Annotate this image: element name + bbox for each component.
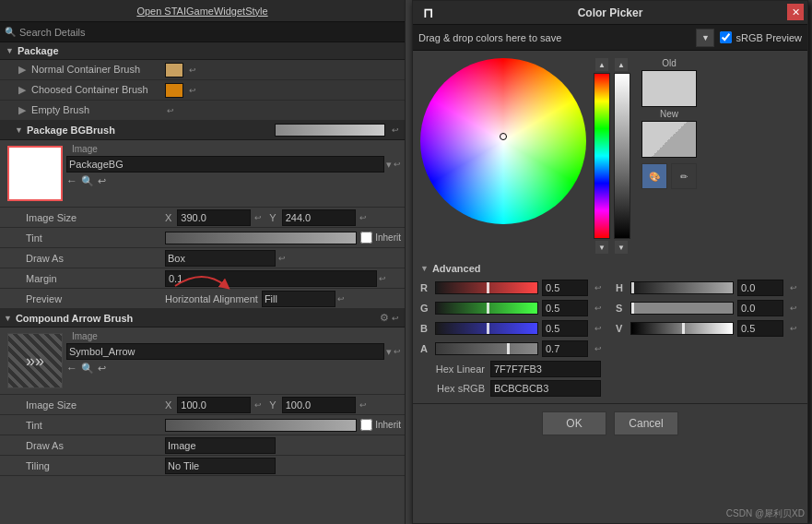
s-thumb bbox=[631, 303, 634, 314]
r-slider[interactable] bbox=[435, 281, 538, 294]
compound-arrow-header[interactable]: ▼ Compound Arrow Brush ⚙ ↩ bbox=[0, 309, 405, 328]
choosed-brush-color-swatch[interactable] bbox=[165, 83, 183, 98]
hue-down-btn[interactable]: ▼ bbox=[595, 241, 608, 254]
expand-icon[interactable]: ▶ bbox=[18, 84, 26, 95]
cp-close-button[interactable]: ✕ bbox=[787, 4, 804, 20]
reset-icon4[interactable]: ↩ bbox=[392, 125, 399, 135]
image-back-btn[interactable]: ← bbox=[66, 174, 77, 187]
g-reset-btn[interactable]: ↩ bbox=[592, 302, 605, 315]
s-label: S bbox=[616, 303, 627, 314]
draw-as-reset-btn[interactable]: ↩ bbox=[278, 254, 286, 263]
srgb-checkbox[interactable] bbox=[720, 31, 732, 43]
s-reset-btn[interactable]: ↩ bbox=[787, 302, 800, 315]
h-value-input[interactable] bbox=[737, 280, 783, 296]
hue-bar[interactable] bbox=[594, 73, 610, 239]
inherit-box: Inherit bbox=[360, 232, 401, 244]
open-style-button[interactable]: Open STAIGameWidgetStyle bbox=[136, 6, 267, 17]
inherit-checkbox[interactable] bbox=[360, 232, 372, 244]
arrow-tint-bar[interactable] bbox=[165, 419, 357, 432]
arrow-search-btn[interactable]: 🔍 bbox=[81, 363, 94, 375]
arrow-size-x-input[interactable] bbox=[177, 397, 251, 413]
align-reset-icon[interactable]: ↩ bbox=[337, 294, 345, 304]
preview-white bbox=[9, 148, 61, 199]
color-effect-btn2[interactable]: ✏ bbox=[671, 163, 697, 189]
reset-icon2[interactable]: ↩ bbox=[189, 86, 196, 95]
reset-icon[interactable]: ↩ bbox=[189, 66, 196, 75]
hex-srgb-row: Hex sRGB bbox=[420, 380, 800, 397]
arrow-image-select[interactable]: Symbol_Arrow bbox=[66, 343, 384, 360]
expand-icon[interactable]: ▶ bbox=[18, 64, 26, 75]
b-slider[interactable] bbox=[435, 322, 538, 335]
normal-container-brush-label: ▶ Normal Container Brush bbox=[4, 64, 165, 76]
color-effect-btn1[interactable]: 🎨 bbox=[641, 163, 667, 189]
hex-srgb-input[interactable] bbox=[490, 380, 601, 397]
v-slider[interactable] bbox=[630, 322, 734, 335]
color-wheel[interactable] bbox=[420, 58, 586, 224]
g-slider[interactable] bbox=[435, 302, 538, 315]
size-x-input[interactable] bbox=[177, 209, 251, 226]
normal-brush-color-swatch[interactable] bbox=[165, 63, 183, 77]
h-reset-btn[interactable]: ↩ bbox=[787, 281, 800, 294]
y-reset-icon[interactable]: ↩ bbox=[359, 213, 367, 222]
s-value-input[interactable] bbox=[737, 300, 783, 316]
compound-reset[interactable]: ↩ bbox=[392, 314, 399, 323]
cp-drag-dropdown[interactable]: ▼ bbox=[696, 29, 714, 47]
light-up-btn[interactable]: ▲ bbox=[615, 58, 628, 71]
ok-button[interactable]: OK bbox=[542, 411, 606, 435]
image-btn-row: ← 🔍 ↩ bbox=[66, 174, 401, 187]
hex-linear-input[interactable] bbox=[490, 361, 601, 377]
tint-gradient-bar[interactable] bbox=[165, 232, 357, 244]
search-label: Search Details bbox=[19, 27, 86, 38]
image-select[interactable]: PackageBG bbox=[66, 156, 384, 173]
cp-advanced-header[interactable]: ▼ Advanced bbox=[420, 261, 800, 276]
package-bgbrush-header[interactable]: ▼ Package BGBrush ↩ bbox=[0, 121, 405, 140]
r-value-input[interactable] bbox=[542, 280, 588, 296]
x-reset-icon[interactable]: ↩ bbox=[254, 213, 262, 222]
arrow-inherit-checkbox[interactable] bbox=[360, 419, 372, 431]
expand-icon[interactable]: ▶ bbox=[18, 104, 26, 115]
v-reset-btn[interactable]: ↩ bbox=[787, 322, 800, 335]
image-reset-btn[interactable]: ↩ bbox=[394, 160, 401, 169]
arrow-reset-icon-btn[interactable]: ↩ bbox=[98, 363, 106, 375]
margin-reset-icon[interactable]: ↩ bbox=[379, 274, 386, 283]
arrow-y-label: Y bbox=[269, 399, 276, 411]
draw-as-select[interactable]: Box bbox=[165, 250, 276, 267]
h-slider[interactable] bbox=[630, 281, 734, 294]
arrow-xy-row: X ↩ Y ↩ bbox=[165, 397, 367, 413]
size-y-input[interactable] bbox=[282, 209, 356, 226]
arrow-x-reset[interactable]: ↩ bbox=[254, 400, 262, 410]
image-search-btn[interactable]: 🔍 bbox=[81, 175, 94, 187]
arrow-tiling-select[interactable]: No Tile bbox=[165, 458, 276, 474]
hue-up-btn[interactable]: ▲ bbox=[595, 58, 608, 71]
color-picker-modal: ⊓ Color Picker ✕ Drag & drop colors here… bbox=[412, 0, 808, 524]
arrow-size-y-input[interactable] bbox=[282, 397, 356, 413]
package-section-header[interactable]: ▼ Package bbox=[0, 42, 405, 60]
arrow-back-btn[interactable]: ← bbox=[66, 362, 77, 375]
arrow-inherit-box: Inherit bbox=[360, 419, 401, 431]
arrow-y-reset[interactable]: ↩ bbox=[359, 400, 367, 410]
g-value-input[interactable] bbox=[542, 300, 588, 316]
r-reset-btn[interactable]: ↩ bbox=[592, 281, 605, 294]
s-slider[interactable] bbox=[630, 302, 734, 315]
s-channel-row: S ↩ bbox=[616, 300, 800, 316]
color-wheel-container[interactable] bbox=[420, 58, 586, 224]
a-reset-btn[interactable]: ↩ bbox=[592, 342, 605, 355]
v-value-input[interactable] bbox=[737, 320, 783, 337]
color-wheel-dot[interactable] bbox=[500, 133, 507, 140]
arrow-image-controls: Image Symbol_Arrow ▾ ↩ ← 🔍 ↩ bbox=[66, 331, 401, 375]
arrow-image-reset-btn[interactable]: ↩ bbox=[394, 347, 401, 356]
b-value-input[interactable] bbox=[542, 320, 588, 337]
arrow-image-size-row: Image Size X ↩ Y ↩ bbox=[0, 395, 405, 415]
arrow-tiling-value: No Tile bbox=[165, 458, 401, 474]
cancel-button[interactable]: Cancel bbox=[614, 411, 678, 435]
lightness-bar[interactable] bbox=[614, 73, 630, 239]
margin-input[interactable] bbox=[165, 270, 377, 287]
h-align-select[interactable]: Fill bbox=[262, 291, 335, 307]
arrow-draw-as-select[interactable]: Image bbox=[165, 437, 276, 454]
a-slider[interactable] bbox=[435, 342, 538, 355]
b-reset-btn[interactable]: ↩ bbox=[592, 322, 605, 335]
light-down-btn[interactable]: ▼ bbox=[615, 241, 628, 254]
image-reset-icon-btn[interactable]: ↩ bbox=[98, 175, 106, 187]
a-value-input[interactable] bbox=[542, 340, 588, 357]
reset-icon3[interactable]: ↩ bbox=[167, 106, 174, 115]
